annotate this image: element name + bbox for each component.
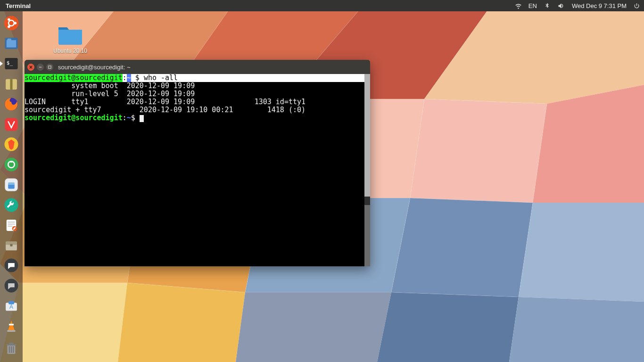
bluetooth-icon[interactable] — [544, 2, 551, 9]
terminal-body[interactable]: sourcedigit@sourcedigit:~ $ who -all sys… — [25, 74, 370, 266]
window-maximize-button[interactable] — [46, 64, 53, 71]
launcher-screenshot[interactable] — [2, 156, 21, 174]
svg-marker-21 — [377, 292, 519, 362]
terminal-line: run-level 5 2020-12-09 19:09 — [25, 90, 364, 98]
window-close-button[interactable] — [27, 64, 34, 71]
svg-marker-19 — [118, 283, 245, 362]
power-icon[interactable] — [633, 2, 640, 9]
svg-text:A: A — [9, 304, 13, 310]
svg-rect-73 — [8, 226, 12, 227]
svg-rect-72 — [8, 223, 15, 224]
svg-marker-22 — [509, 297, 644, 362]
terminal-scrollbar[interactable] — [364, 74, 370, 266]
desktop-folder-label: Ubuntu 20.10 — [44, 48, 96, 54]
terminal-line: system boot 2020-12-09 19:09 — [25, 82, 364, 90]
svg-marker-16 — [519, 203, 644, 302]
input-language[interactable]: EN — [528, 2, 537, 9]
launcher-files[interactable] — [2, 34, 21, 53]
terminal-window-title: sourcedigit@sourcedigit: ~ — [58, 64, 131, 71]
active-app-name: Terminal — [6, 2, 31, 9]
svg-point-53 — [8, 25, 10, 28]
terminal-titlebar[interactable]: sourcedigit@sourcedigit: ~ — [25, 60, 370, 74]
launcher-vlc[interactable] — [2, 317, 21, 335]
svg-rect-55 — [7, 40, 16, 47]
svg-text:$_: $_ — [7, 60, 13, 66]
svg-rect-56 — [8, 39, 12, 41]
svg-rect-60 — [10, 79, 12, 90]
launcher-archive[interactable] — [2, 74, 21, 93]
terminal-prompt-line: sourcedigit@sourcedigit:~$ — [25, 114, 364, 122]
svg-rect-85 — [9, 324, 14, 325]
svg-rect-90 — [9, 346, 10, 353]
launcher-trash[interactable] — [2, 339, 21, 357]
clock[interactable]: Wed Dec 9 7:31 PM — [572, 2, 627, 9]
launcher-vivaldi[interactable] — [2, 115, 21, 133]
desktop-folder-ubuntu[interactable]: Ubuntu 20.10 — [44, 24, 96, 54]
launcher-ubuntu-dash[interactable] — [2, 14, 21, 33]
svg-point-52 — [8, 18, 10, 21]
terminal-cursor — [140, 115, 144, 122]
launcher-software-updater[interactable] — [2, 176, 21, 194]
svg-rect-93 — [39, 66, 41, 67]
volume-icon[interactable] — [557, 2, 564, 9]
terminal-line: LOGIN tty1 2020-12-09 19:09 1303 id=tty1 — [25, 98, 364, 106]
terminal-window: sourcedigit@sourcedigit: ~ sourcedigit@s… — [25, 60, 370, 266]
svg-marker-20 — [236, 292, 391, 362]
svg-marker-15 — [391, 198, 533, 297]
svg-point-64 — [5, 158, 18, 172]
launcher-chat-app[interactable] — [2, 256, 21, 275]
launcher-dock: $_ A — [0, 11, 23, 362]
terminal-line: sourcedigit@sourcedigit:~ $ who -all — [25, 74, 364, 82]
svg-rect-71 — [8, 222, 15, 222]
launcher-software-store[interactable]: A — [2, 297, 21, 315]
launcher-firefox[interactable] — [2, 95, 21, 113]
launcher-chat-app2[interactable] — [2, 277, 21, 295]
launcher-brave[interactable] — [2, 135, 21, 154]
svg-marker-9 — [410, 99, 547, 203]
svg-rect-94 — [49, 66, 51, 68]
svg-rect-91 — [11, 346, 12, 353]
wifi-icon[interactable] — [515, 2, 522, 9]
launcher-settings-wrench[interactable] — [2, 196, 21, 214]
svg-rect-86 — [8, 330, 16, 331]
launcher-archive-manager[interactable] — [2, 236, 21, 255]
window-minimize-button[interactable] — [37, 64, 44, 71]
terminal-line: sourcedigit + tty7 2020-12-09 19:10 00:2… — [25, 106, 364, 114]
svg-rect-68 — [8, 182, 15, 185]
launcher-terminal[interactable]: $_ — [2, 55, 21, 73]
svg-point-51 — [14, 22, 17, 25]
launcher-gedit[interactable] — [2, 216, 21, 234]
svg-rect-78 — [10, 244, 12, 246]
svg-rect-89 — [9, 343, 14, 344]
svg-rect-92 — [13, 346, 14, 353]
top-panel: Terminal EN Wed Dec 9 7:31 PM — [0, 0, 644, 11]
